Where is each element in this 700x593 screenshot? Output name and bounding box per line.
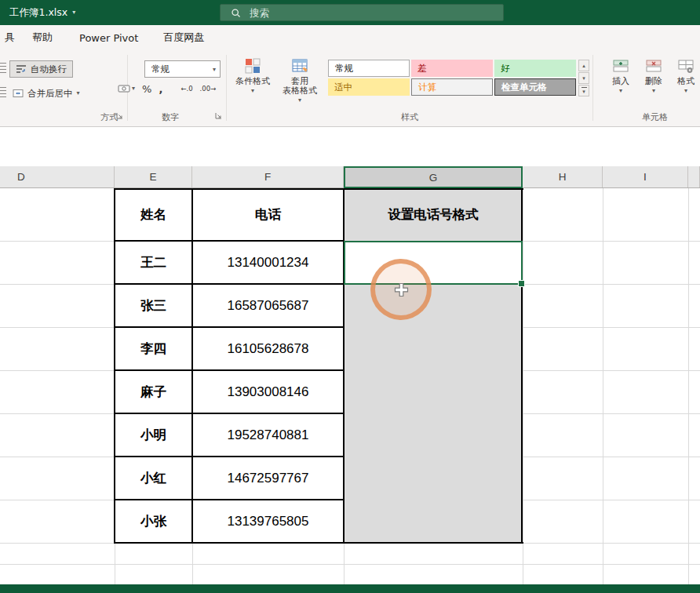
titlebar: 工作簿1.xlsx ▾ <box>0 0 700 25</box>
number-buttons-row: ▾ % , ←.0 .00→ <box>118 82 216 95</box>
table-header-g[interactable]: 设置电话号格式 <box>345 190 522 240</box>
tab-power-pivot[interactable]: Power Pivot <box>78 32 140 44</box>
cell-phone[interactable]: 13903008146 <box>193 371 343 413</box>
chevron-down-icon: ▾ <box>251 88 254 94</box>
conditional-formatting-button[interactable]: 条件格式 ▾ <box>231 58 275 94</box>
column-header-d[interactable]: D <box>0 166 115 187</box>
tab-partial[interactable]: 具 <box>3 31 16 45</box>
excel-plus-cursor <box>394 282 409 300</box>
column-headers: D E F G H I <box>0 166 700 188</box>
insert-cells-icon <box>613 58 629 74</box>
accounting-icon <box>118 82 130 95</box>
format-cells-icon <box>678 58 694 74</box>
merge-center-icon <box>13 88 24 99</box>
cell-name[interactable]: 李四 <box>115 328 191 369</box>
chevron-down-icon: ▾ <box>132 85 135 92</box>
formula-bar-area[interactable] <box>0 127 700 166</box>
chevron-down-icon: ▾ <box>213 67 216 73</box>
cell-name[interactable]: 小红 <box>115 457 191 499</box>
cell-name[interactable]: 王二 <box>115 242 191 283</box>
insert-cells-button[interactable]: 插入 ▾ <box>606 58 636 94</box>
comma-style-button[interactable]: , <box>159 83 162 95</box>
cell-phone[interactable]: 14672597767 <box>193 457 343 499</box>
style-check-cell[interactable]: 检查单元格 <box>494 78 576 96</box>
active-cell[interactable] <box>344 241 523 285</box>
tab-baidu-netdisk[interactable]: 百度网盘 <box>162 31 206 45</box>
merge-center-button[interactable]: 合并后居中 ▾ <box>9 85 83 102</box>
group-separator <box>226 55 227 121</box>
format-as-table-button[interactable]: 套用 表格格式 ▾ <box>276 58 323 104</box>
gallery-scroll-down-button[interactable]: ▾ <box>578 72 589 84</box>
gridline <box>688 188 689 584</box>
ribbon-tabs: 具 帮助 Power Pivot 百度网盘 <box>0 25 700 50</box>
format-cells-button[interactable]: 格式 ▾ <box>672 58 700 94</box>
ribbon: 自动换行 合并后居中 ▾ 方式 常规 ▾ ▾ % , ←.0 .00→ <box>0 50 700 127</box>
decrease-decimal-button[interactable]: .00→ <box>200 85 217 93</box>
cell-name[interactable]: 麻子 <box>115 371 191 413</box>
chevron-down-icon: ▾ <box>72 9 75 16</box>
cell-name[interactable]: 小张 <box>115 500 191 542</box>
chevron-down-icon: ▾ <box>684 88 687 94</box>
style-good[interactable]: 好 <box>494 60 576 77</box>
percent-style-button[interactable]: % <box>142 83 151 95</box>
column-header-h[interactable]: H <box>523 166 603 187</box>
tab-help[interactable]: 帮助 <box>31 31 54 45</box>
delete-cells-icon <box>646 58 662 74</box>
group-label-cells: 单元格 <box>642 111 668 123</box>
cell-phone[interactable]: 19528740881 <box>193 414 343 456</box>
insert-cells-label: 插入 <box>612 77 629 86</box>
format-as-table-label-2: 表格格式 <box>283 86 317 96</box>
cell-name[interactable]: 小明 <box>115 414 191 456</box>
chevron-down-icon: ▾ <box>652 88 655 94</box>
search-input[interactable] <box>248 6 439 20</box>
gallery-scroll-up-button[interactable]: ▴ <box>578 60 589 71</box>
chevron-down-icon: ▾ <box>582 89 585 95</box>
gallery-scrollbar: ▴ ▾ ▾ <box>578 60 589 96</box>
table-border <box>114 542 523 544</box>
more-bar <box>582 87 587 88</box>
group-label-number: 数字 <box>162 111 179 123</box>
accounting-format-button[interactable]: ▾ <box>118 82 135 95</box>
cell-phone[interactable]: 13139765805 <box>193 500 343 542</box>
alignment-icon-partial <box>0 87 6 100</box>
column-header-partial[interactable] <box>688 166 700 187</box>
group-separator <box>592 55 593 121</box>
style-calculation[interactable]: 计算 <box>411 78 493 96</box>
wrap-text-label: 自动换行 <box>31 64 67 75</box>
wrap-text-icon <box>16 64 27 75</box>
column-header-i[interactable]: I <box>603 166 688 187</box>
sheet-body[interactable]: 姓名 电话 设置电话号格式 王二 13140001234 张三 16587065… <box>0 188 700 584</box>
chevron-down-icon: ▾ <box>77 90 80 96</box>
document-title[interactable]: 工作簿1.xlsx ▾ <box>9 0 75 25</box>
number-format-dropdown[interactable]: 常规 ▾ <box>144 60 221 78</box>
search-box[interactable] <box>220 4 504 21</box>
column-header-g-selected[interactable]: G <box>344 166 523 188</box>
format-cells-label: 格式 <box>677 77 695 86</box>
format-as-table-icon <box>292 58 308 74</box>
style-neutral[interactable]: 适中 <box>328 78 410 96</box>
cell-phone[interactable]: 16105628678 <box>193 328 343 369</box>
dialog-launcher-icon[interactable] <box>116 107 123 122</box>
column-header-e[interactable]: E <box>115 166 192 187</box>
table-header-phone[interactable]: 电话 <box>193 190 343 240</box>
style-bad[interactable]: 差 <box>411 60 493 77</box>
table-header-name[interactable]: 姓名 <box>115 190 191 240</box>
group-label-styles: 样式 <box>401 111 418 123</box>
cell-name[interactable]: 张三 <box>115 285 191 326</box>
delete-cells-button[interactable]: 删除 ▾ <box>639 58 669 94</box>
wrap-text-button[interactable]: 自动换行 <box>9 60 73 78</box>
fill-handle[interactable] <box>518 280 525 287</box>
merge-center-label: 合并后居中 <box>27 88 73 100</box>
increase-decimal-button[interactable]: ←.0 <box>180 85 192 93</box>
gallery-more-button[interactable]: ▾ <box>578 85 589 96</box>
search-icon <box>231 8 241 18</box>
dialog-launcher-icon[interactable] <box>215 107 222 122</box>
cell-phone[interactable]: 13140001234 <box>193 242 343 283</box>
excel-window: 工作簿1.xlsx ▾ 具 帮助 Power Pivot 百度网盘 自动换行 <box>0 0 700 593</box>
column-header-f[interactable]: F <box>192 166 344 187</box>
chevron-down-icon: ▾ <box>298 97 301 104</box>
cell-phone[interactable]: 16587065687 <box>193 285 343 326</box>
chevron-down-icon: ▾ <box>619 88 622 94</box>
style-normal[interactable]: 常规 <box>328 60 410 77</box>
conditional-formatting-icon <box>245 58 261 74</box>
